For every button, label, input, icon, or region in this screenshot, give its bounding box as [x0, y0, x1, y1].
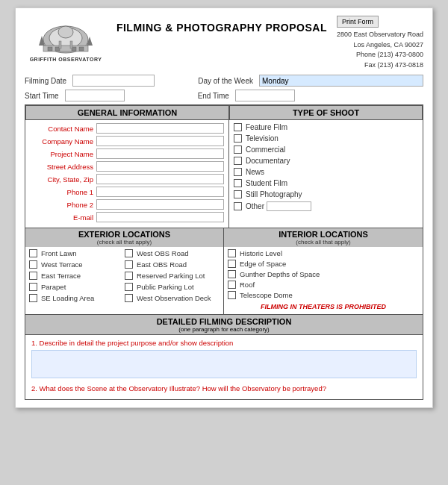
exterior-col: Front Lawn West OBS Road West Terrace Ea… [25, 247, 224, 314]
public-parking-label: Public Parking Lot [137, 283, 194, 291]
west-obs-road-checkbox[interactable] [125, 249, 133, 257]
public-parking-checkbox[interactable] [125, 283, 133, 291]
locations-grid: EXTERIOR LOCATIONS (check all that apply… [25, 228, 423, 315]
telescope-dome-checkbox[interactable] [228, 291, 236, 299]
int-telescope-dome: Telescope Dome [228, 291, 419, 299]
news-checkbox[interactable] [234, 168, 242, 176]
address-area: Print Form 2800 East Observatory Road Lo… [337, 16, 423, 70]
city-state-zip-row: City, State, Zip [30, 174, 224, 184]
page-container: GRIFFITH OBSERVATORY FILMING & PHOTOGRAP… [15, 7, 433, 408]
se-loading-label: SE Loading Area [41, 294, 94, 302]
start-time-input[interactable] [65, 90, 125, 101]
int-gunther-depths: Gunther Depths of Space [228, 270, 419, 278]
interior-subheader: (check all that apply) [224, 239, 423, 247]
address-phone: Phone (213) 473-0800 [337, 50, 423, 60]
interior-locations-header: INTERIOR LOCATIONS (check all that apply… [224, 228, 423, 247]
int-roof: Roof [228, 281, 419, 289]
shoot-commercial: Commercial [234, 146, 418, 154]
filming-date-input[interactable] [72, 75, 155, 87]
exterior-subheader: (check all that apply) [25, 239, 223, 247]
reserved-parking-label: Reserved Parking Lot [137, 272, 205, 280]
front-lawn-checkbox[interactable] [29, 249, 37, 257]
se-loading-checkbox[interactable] [29, 294, 37, 302]
general-info-col: Contact Name Company Name Project Name S… [25, 120, 229, 228]
commercial-label: Commercial [246, 146, 285, 154]
east-obs-road-label: East OBS Road [137, 260, 187, 269]
west-terrace-checkbox[interactable] [29, 260, 37, 269]
contact-name-label: Contact Name [30, 125, 93, 133]
detail-answer1[interactable] [31, 350, 417, 378]
shoot-news: News [234, 168, 418, 176]
shoot-other: Other [234, 201, 418, 211]
title-area: FILMING & PHOTOGRAPHY PROPOSAL [107, 16, 337, 34]
ext-west-obs-road: West OBS Road [125, 249, 220, 257]
television-checkbox[interactable] [234, 134, 242, 143]
contact-name-input[interactable] [96, 123, 224, 134]
news-label: News [246, 168, 264, 176]
logo-area: GRIFFITH OBSERVATORY [25, 16, 107, 62]
telescope-dome-label: Telescope Dome [240, 291, 293, 299]
shoot-student-film: Student Film [234, 179, 418, 187]
filming-date-row: Filming Date Day of the Week [25, 75, 423, 87]
city-state-zip-input[interactable] [96, 174, 224, 184]
roof-checkbox[interactable] [228, 281, 236, 289]
start-time-label: Start Time [25, 92, 59, 100]
phone2-input[interactable] [96, 199, 224, 210]
project-name-input[interactable] [96, 148, 224, 159]
parapet-checkbox[interactable] [29, 283, 37, 291]
phone1-input[interactable] [96, 187, 224, 197]
east-obs-road-checkbox[interactable] [125, 260, 133, 269]
ext-parapet: Parapet [29, 283, 124, 291]
historic-level-checkbox[interactable] [228, 249, 236, 257]
address-line1: 2800 East Observatory Road [337, 30, 423, 40]
still-photography-label: Still Photography [246, 190, 302, 198]
contact-name-row: Contact Name [30, 123, 224, 134]
ext-public-parking: Public Parking Lot [125, 283, 220, 291]
print-button[interactable]: Print Form [337, 16, 379, 28]
other-checkbox[interactable] [234, 202, 242, 210]
prohibited-text: FILMING IN THEATERS IS PROHIBITED [228, 301, 419, 312]
ext-reserved-parking: Reserved Parking Lot [125, 272, 220, 280]
edge-of-space-checkbox[interactable] [228, 260, 236, 268]
city-state-zip-label: City, State, Zip [30, 175, 93, 184]
edge-of-space-label: Edge of Space [240, 260, 286, 268]
feature-film-checkbox[interactable] [234, 123, 242, 131]
end-time-input[interactable] [235, 90, 295, 101]
company-name-input[interactable] [96, 136, 224, 146]
parapet-label: Parapet [41, 283, 66, 291]
commercial-checkbox[interactable] [234, 146, 242, 154]
interior-header-text: INTERIOR LOCATIONS [224, 230, 423, 239]
exterior-locations-header: EXTERIOR LOCATIONS (check all that apply… [25, 228, 224, 247]
day-of-week-input[interactable] [259, 75, 423, 87]
page-title: FILMING & PHOTOGRAPHY PROPOSAL [107, 22, 337, 34]
documentary-checkbox[interactable] [234, 157, 242, 165]
address-fax: Fax (213) 473-0818 [337, 60, 423, 71]
east-terrace-label: East Terrace [41, 272, 81, 280]
phone2-row: Phone 2 [30, 199, 224, 210]
other-label: Other [246, 202, 264, 210]
logo-image [32, 16, 99, 57]
logo-text: GRIFFITH OBSERVATORY [30, 57, 102, 62]
west-obs-deck-label: West Observation Deck [137, 294, 211, 302]
east-terrace-checkbox[interactable] [29, 272, 37, 280]
gunther-depths-checkbox[interactable] [228, 270, 236, 278]
int-edge-of-space: Edge of Space [228, 260, 419, 268]
student-film-checkbox[interactable] [234, 179, 242, 187]
project-name-label: Project Name [30, 150, 93, 158]
documentary-label: Documentary [246, 157, 290, 165]
other-input[interactable] [267, 201, 311, 211]
gunther-depths-label: Gunther Depths of Space [240, 270, 320, 278]
still-photography-checkbox[interactable] [234, 190, 242, 198]
general-info-header: GENERAL INFORMATION [25, 105, 229, 120]
header: GRIFFITH OBSERVATORY FILMING & PHOTOGRAP… [25, 16, 423, 70]
shoot-documentary: Documentary [234, 157, 418, 165]
email-input[interactable] [96, 212, 224, 222]
street-address-input[interactable] [96, 161, 224, 172]
exterior-header-text: EXTERIOR LOCATIONS [25, 230, 223, 239]
reserved-parking-checkbox[interactable] [125, 272, 133, 280]
street-address-label: Street Address [30, 163, 93, 171]
ext-east-obs-road: East OBS Road [125, 260, 220, 269]
front-lawn-label: Front Lawn [41, 249, 77, 257]
west-obs-deck-checkbox[interactable] [125, 294, 133, 302]
svg-rect-8 [59, 41, 61, 48]
